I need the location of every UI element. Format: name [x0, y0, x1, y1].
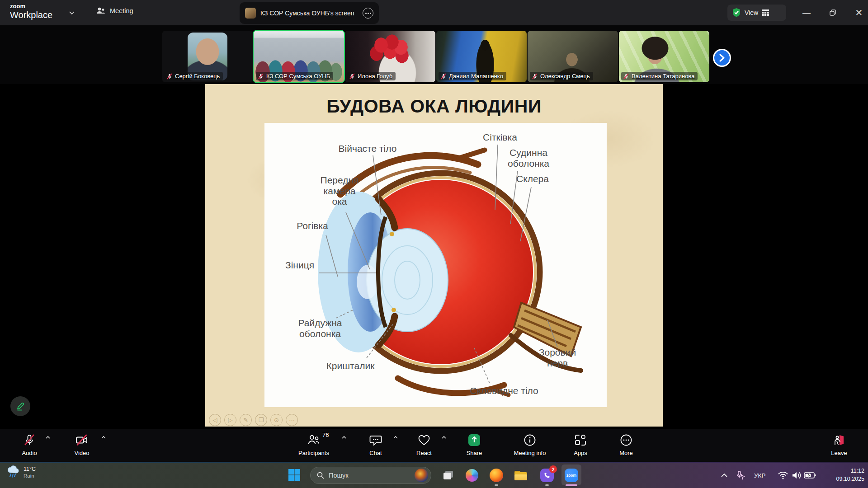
leave-button[interactable]: Leave [814, 433, 864, 456]
mic-muted-icon [440, 73, 447, 80]
close-icon[interactable]: ✕ [852, 6, 866, 19]
participants-options-chevron[interactable] [341, 436, 347, 439]
firefox-running-indicator [495, 484, 498, 486]
search-icon [317, 472, 324, 479]
restore-icon[interactable] [826, 6, 840, 19]
viber-button[interactable]: 2 [540, 468, 554, 483]
tab-screen-share[interactable]: КЗ СОР Сумська ОУНБ's screen [240, 2, 379, 24]
firefox-button[interactable] [489, 468, 504, 483]
mic-muted-icon [532, 73, 538, 80]
annotate-button[interactable] [10, 396, 30, 416]
tray-show-hidden-button[interactable] [717, 468, 731, 483]
pencil-icon [15, 401, 25, 411]
video-tile[interactable]: Сергій Боковець [162, 31, 253, 82]
heart-icon [399, 433, 449, 447]
volume-button[interactable] [789, 468, 804, 483]
nameplate: Сергій Боковець [165, 72, 223, 80]
taskbar-search[interactable] [310, 467, 431, 484]
presentation-controls: ◁ ▷ ✎ ❐ ⊙ ⋯ [209, 414, 298, 426]
ellipsis-icon[interactable] [363, 8, 373, 19]
leave-label: Leave [814, 450, 864, 456]
participant-name: Валентина Татаринова [632, 73, 694, 80]
participant-name: Сергій Боковець [175, 73, 220, 80]
minimize-icon[interactable]: — [800, 6, 813, 19]
label-retina: Сітківка [483, 132, 517, 143]
meeting-info-button[interactable]: Meeting info [505, 433, 555, 456]
wifi-button[interactable] [776, 468, 790, 483]
meeting-tab-label: Meeting [110, 7, 133, 14]
video-button[interactable]: Video [57, 433, 107, 456]
search-input[interactable] [329, 472, 415, 479]
tab-meeting[interactable]: Meeting [96, 6, 133, 15]
nameplate: Илона Голуб [347, 72, 396, 80]
label-lens: Кришталик [326, 361, 375, 371]
file-explorer-button[interactable] [514, 468, 528, 483]
logo-zoom-text: zoom [10, 3, 52, 9]
taskbar-time: 11:12 [816, 467, 864, 475]
mic-muted-icon [5, 433, 54, 447]
participant-name: Даниил Малашенко [449, 73, 503, 80]
slide-overview-icon[interactable]: ❐ [255, 414, 267, 426]
more-button[interactable]: More [601, 433, 651, 456]
view-button[interactable]: View [727, 5, 786, 21]
chat-options-chevron[interactable] [393, 436, 398, 439]
slide-pen-icon[interactable]: ✎ [240, 414, 252, 426]
windows-start-button[interactable] [288, 468, 301, 482]
leave-icon [814, 433, 864, 447]
share-label: Share [449, 450, 499, 456]
taskbar-clock[interactable]: 11:12 09.10.2025 [816, 467, 864, 483]
slide-more-icon[interactable]: ⋯ [286, 414, 298, 426]
weather-widget[interactable]: 11°C Rain [6, 465, 36, 479]
share-button[interactable]: Share [449, 433, 499, 456]
screen-thumbnail [245, 8, 256, 19]
keyboard-language-indicator[interactable]: УКР [754, 472, 765, 479]
search-highlight-image[interactable] [415, 469, 428, 482]
participants-count: 76 [322, 432, 329, 438]
layout-grid-icon [762, 9, 769, 16]
screen-share-tab-label: КЗ СОР Сумська ОУНБ's screen [260, 9, 358, 17]
taskbar-weather-condition: Rain [24, 473, 36, 479]
battery-button[interactable] [803, 468, 817, 483]
wifi-icon [778, 471, 788, 480]
video-tile[interactable]: Олександр Ємець [528, 31, 618, 82]
video-tile-active-speaker[interactable]: КЗ СОР Сумська ОУНБ [254, 31, 344, 82]
task-view-icon [443, 470, 454, 481]
shared-screen-stage: БУДОВА ОКА ЛЮДИНИ [0, 84, 868, 429]
next-participants-button[interactable] [713, 49, 731, 67]
slide-zoom-icon[interactable]: ⊙ [270, 414, 283, 426]
video-tile[interactable]: Даниил Малашенко [436, 31, 527, 82]
zoom-app-button[interactable]: zoom [564, 468, 579, 483]
zoom-app-icon: zoom [565, 469, 578, 482]
slide-prev-icon[interactable]: ◁ [209, 414, 221, 426]
tray-chevron-icon [721, 473, 728, 478]
zoom-meeting-window: zoom Workplace Meeting КЗ СОР Сумська ОУ… [0, 0, 868, 488]
more-label: More [601, 450, 651, 456]
shield-check-icon [732, 8, 741, 18]
participants-button[interactable]: Participants [289, 433, 339, 456]
volume-icon [791, 471, 802, 480]
apps-button[interactable]: Apps [556, 433, 605, 456]
participant-name: Олександр Ємець [540, 73, 590, 80]
label-choroid: Судинна оболонка [503, 147, 554, 169]
label-ciliary-body: Війчасте тіло [339, 143, 397, 154]
nameplate: Валентина Татаринова [621, 72, 698, 80]
weather-rain-icon [6, 465, 20, 479]
react-options-chevron[interactable] [441, 436, 447, 439]
nameplate: Олександр Ємець [530, 72, 593, 80]
info-icon [505, 433, 555, 447]
slide-next-icon[interactable]: ▷ [224, 414, 236, 426]
audio-options-chevron[interactable] [45, 436, 51, 439]
video-tile[interactable]: Илона Голуб [345, 31, 435, 82]
task-view-button[interactable] [441, 468, 456, 483]
camera-muted-icon [57, 433, 107, 447]
chevron-down-icon[interactable] [69, 11, 75, 15]
tray-mic-button[interactable] [733, 468, 748, 483]
copilot-button[interactable] [465, 468, 479, 483]
shared-slide: БУДОВА ОКА ЛЮДИНИ [205, 84, 663, 427]
video-tile[interactable]: Валентина Татаринова [619, 31, 709, 82]
participant-filmstrip: Сергій Боковець КЗ СОР Сумська ОУНБ Илон… [0, 25, 868, 84]
mic-muted-icon [166, 73, 173, 80]
label-iris: Райдужна оболонка [295, 318, 345, 339]
video-options-chevron[interactable] [101, 436, 106, 439]
nameplate: Даниил Малашенко [439, 72, 506, 80]
